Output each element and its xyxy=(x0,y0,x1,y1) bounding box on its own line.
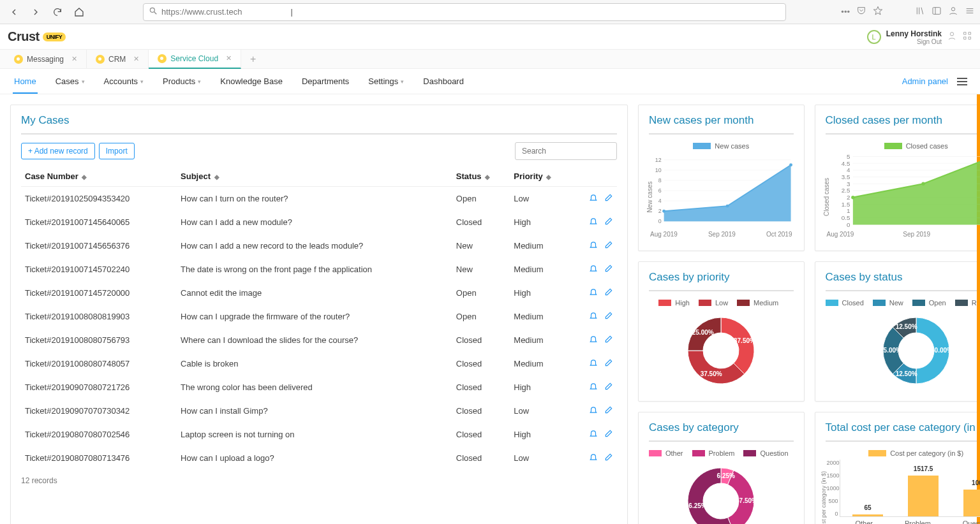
table-row[interactable]: Ticket#20191008080756793Where can I down… xyxy=(21,328,617,352)
svg-text:2: 2 xyxy=(847,194,850,201)
status-cell: Open xyxy=(452,281,510,305)
edit-icon[interactable] xyxy=(604,311,613,322)
notify-icon[interactable] xyxy=(589,358,598,369)
nav-menu-icon[interactable] xyxy=(957,76,967,87)
edit-icon[interactable] xyxy=(604,335,613,346)
notify-icon[interactable] xyxy=(589,217,598,228)
col-case-number[interactable]: Case Number ◆ xyxy=(21,166,177,187)
add-tab-button[interactable]: + xyxy=(241,50,265,69)
browser-reload-button[interactable] xyxy=(48,3,66,21)
col-subject[interactable]: Subject ◆ xyxy=(177,166,452,187)
nav-item-accounts[interactable]: Accounts ▾ xyxy=(103,70,145,93)
admin-panel-link[interactable]: Admin panel xyxy=(902,76,948,86)
app-tab-messaging[interactable]: Messaging✕ xyxy=(5,50,87,69)
my-cases-panel: My Cases + Add new record Import Case Nu… xyxy=(10,105,628,524)
app-tab-crm[interactable]: CRM✕ xyxy=(87,50,149,69)
donut-chart-svg: 50.00%12.50%25.00%12.50% xyxy=(878,312,954,389)
edit-icon[interactable] xyxy=(604,429,613,440)
tab-close-icon[interactable]: ✕ xyxy=(133,55,139,63)
table-row[interactable]: Ticket#20190807080713476How can I upload… xyxy=(21,446,617,470)
bar-value-label: 1000 xyxy=(963,479,980,486)
table-row[interactable]: Ticket#20191008080819903How can I upgrad… xyxy=(21,305,617,328)
notify-icon[interactable] xyxy=(589,240,598,251)
table-row[interactable]: Ticket#20190907080721726The wrong color … xyxy=(21,375,617,399)
tab-close-icon[interactable]: ✕ xyxy=(71,55,77,63)
col-priority[interactable]: Priority ◆ xyxy=(510,166,572,187)
table-row[interactable]: Ticket#20190907070730342How can I instal… xyxy=(21,399,617,423)
library-icon[interactable] xyxy=(915,6,925,18)
edit-icon[interactable] xyxy=(604,453,613,463)
svg-text:4: 4 xyxy=(658,198,662,204)
notify-icon[interactable] xyxy=(589,335,598,346)
svg-text:4.5: 4.5 xyxy=(841,160,850,167)
browser-back-button[interactable] xyxy=(5,3,23,21)
add-record-button[interactable]: + Add new record xyxy=(21,143,95,159)
col-status[interactable]: Status ◆ xyxy=(452,166,510,187)
table-row[interactable]: Ticket#20191008080748057Cable is brokenC… xyxy=(21,352,617,375)
svg-text:37.50%: 37.50% xyxy=(701,370,722,377)
browser-menu-icon[interactable] xyxy=(965,6,975,18)
notify-icon[interactable] xyxy=(589,382,598,393)
case-number-cell: Ticket#20190807080713476 xyxy=(21,446,177,470)
user-avatar[interactable]: L xyxy=(867,30,881,44)
status-cell: New xyxy=(452,258,510,281)
table-row[interactable]: Ticket#20191007145656376How can I add a … xyxy=(21,234,617,258)
module-nav: HomeCases ▾Accounts ▾Products ▾Knowledge… xyxy=(0,69,980,94)
edit-icon[interactable] xyxy=(604,405,613,416)
app-tab-service-cloud[interactable]: Service Cloud✕ xyxy=(149,50,241,69)
import-button[interactable]: Import xyxy=(99,143,135,159)
notify-icon[interactable] xyxy=(589,193,598,204)
apps-grid-icon[interactable] xyxy=(962,31,972,43)
browser-more-icon[interactable]: ••• xyxy=(841,7,850,17)
legend-swatch xyxy=(826,300,838,306)
notify-icon[interactable] xyxy=(589,287,598,298)
browser-forward-button[interactable] xyxy=(27,3,45,21)
user-icon[interactable] xyxy=(947,31,957,43)
edit-icon[interactable] xyxy=(604,217,613,228)
edit-icon[interactable] xyxy=(604,240,613,251)
subject-cell: Where can I download the slides for the … xyxy=(177,328,452,352)
status-cell: Closed xyxy=(452,423,510,446)
account-icon[interactable] xyxy=(948,6,958,18)
bookmark-star-icon[interactable] xyxy=(873,6,883,18)
nav-item-dashboard[interactable]: Dashboard xyxy=(422,70,465,93)
browser-home-button[interactable] xyxy=(70,3,88,21)
edit-icon[interactable] xyxy=(604,358,613,369)
svg-text:3.5: 3.5 xyxy=(841,173,850,180)
notify-icon[interactable] xyxy=(589,264,598,275)
table-row[interactable]: Ticket#20191007145640065How can I add a … xyxy=(21,210,617,234)
nav-item-settings[interactable]: Settings ▾ xyxy=(367,70,405,93)
priority-cell: Medium xyxy=(510,305,572,328)
search-input[interactable] xyxy=(515,142,617,160)
notify-icon[interactable] xyxy=(589,429,598,440)
table-row[interactable]: Ticket#20191025094353420How can I turn o… xyxy=(21,187,617,211)
legend-label: Problem xyxy=(709,449,735,457)
edit-icon[interactable] xyxy=(604,264,613,275)
tab-close-icon[interactable]: ✕ xyxy=(226,54,232,62)
pocket-icon[interactable] xyxy=(856,6,866,18)
nav-item-departments[interactable]: Departments xyxy=(301,70,350,93)
edit-icon[interactable] xyxy=(604,382,613,393)
sort-icon: ◆ xyxy=(214,173,219,180)
nav-item-products[interactable]: Products ▾ xyxy=(161,70,202,93)
legend-swatch xyxy=(743,450,756,456)
notify-icon[interactable] xyxy=(589,405,598,416)
svg-text:1: 1 xyxy=(847,207,850,214)
legend-swatch xyxy=(693,143,711,149)
table-row[interactable]: Ticket#20190807080702546Laptop screen is… xyxy=(21,423,617,446)
url-bar[interactable]: https://www.crust.tech | xyxy=(143,3,786,21)
edit-icon[interactable] xyxy=(604,287,613,298)
sidebar-icon[interactable] xyxy=(932,6,942,18)
y-ticks: 2000150010005000 xyxy=(827,460,838,517)
nav-item-cases[interactable]: Cases ▾ xyxy=(54,70,86,93)
svg-text:56.25%: 56.25% xyxy=(685,502,707,509)
nav-item-knowledge-base[interactable]: Knowledge Base xyxy=(219,70,284,93)
table-row[interactable]: Ticket#20191007145720000Cannot edit the … xyxy=(21,281,617,305)
notify-icon[interactable] xyxy=(589,453,598,463)
sign-out-link[interactable]: Sign Out xyxy=(886,38,942,45)
notify-icon[interactable] xyxy=(589,311,598,322)
nav-item-home[interactable]: Home xyxy=(13,70,38,94)
svg-text:5: 5 xyxy=(847,153,850,160)
edit-icon[interactable] xyxy=(604,193,613,204)
table-row[interactable]: Ticket#20191007145702240The date is wron… xyxy=(21,258,617,281)
